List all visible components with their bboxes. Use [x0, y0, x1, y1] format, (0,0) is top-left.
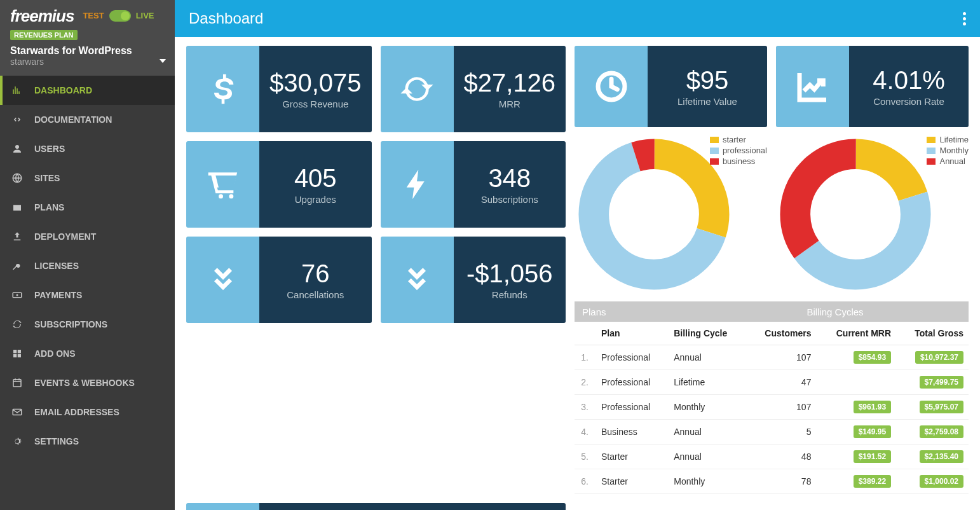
- cell-customers: 78: [747, 469, 816, 494]
- cell-cycle: Monthly: [669, 395, 747, 420]
- plugin-slug: starwars: [10, 57, 165, 67]
- table-row[interactable]: 2.ProfessionalLifetime47$7,499.75: [575, 370, 969, 395]
- tab-plans[interactable]: Plans: [575, 301, 702, 322]
- stat-mrr[interactable]: $27,126MRR: [381, 46, 566, 132]
- nav-label: SITES: [34, 173, 60, 183]
- clock-icon: [594, 69, 629, 104]
- stat-lifetime-value[interactable]: $95Lifetime Value: [575, 46, 767, 127]
- nav-deployment[interactable]: DEPLOYMENT: [0, 222, 175, 251]
- env-test-label: TEST: [83, 11, 104, 20]
- nav-settings[interactable]: SETTINGS: [0, 427, 175, 456]
- stat-value: $30,075: [269, 69, 362, 97]
- calendar-icon: [11, 377, 23, 389]
- nav-label: DEPLOYMENT: [34, 231, 96, 242]
- stat-upgrades[interactable]: 405Upgrades: [186, 141, 372, 228]
- legend-label: Annual: [939, 156, 965, 166]
- nav: DASHBOARD DOCUMENTATION USERS SITES PLAN…: [0, 76, 175, 456]
- stat-label: Subscriptions: [481, 194, 538, 205]
- nav-label: USERS: [34, 144, 65, 154]
- cell-mrr: $854.93: [816, 345, 896, 370]
- plugin-dropdown-icon[interactable]: [160, 59, 166, 63]
- tab-billing-cycles[interactable]: Billing Cycles: [702, 301, 969, 322]
- stat-label: Gross Revenue: [282, 99, 348, 109]
- cell-idx: 5.: [575, 445, 596, 469]
- plans-legend: starterprofessionalbusiness: [710, 135, 767, 167]
- cell-customers: 5: [747, 420, 816, 445]
- table-row[interactable]: 3.ProfessionalMonthly107$961.93$5,975.07: [575, 395, 969, 420]
- cell-gross: $5,975.07: [896, 395, 969, 420]
- nav-sites[interactable]: SITES: [0, 163, 175, 193]
- cell-customers: 107: [747, 395, 816, 420]
- sidebar: freemius TEST LIVE REVENUES PLAN Starwar…: [0, 0, 175, 510]
- nav-licenses[interactable]: LICENSES: [0, 251, 175, 280]
- legend-label: business: [723, 156, 755, 166]
- stat-gross-revenue[interactable]: $30,075Gross Revenue: [186, 46, 372, 132]
- cell-mrr: $389.22: [816, 469, 896, 494]
- stat-label: MRR: [499, 99, 521, 109]
- stat-label: Conversion Rate: [873, 96, 944, 107]
- nav-payments[interactable]: PAYMENTS: [0, 280, 175, 310]
- upload-icon: [11, 231, 23, 242]
- stat-trials[interactable]: 321Trials: [186, 503, 566, 510]
- stat-label: Upgrades: [295, 194, 336, 205]
- legend-label: starter: [723, 135, 746, 144]
- cell-plan: Professional: [596, 345, 669, 370]
- cell-cycle: Lifetime: [669, 370, 747, 395]
- cart-icon: [205, 167, 241, 202]
- stat-value: 4.01%: [873, 66, 944, 95]
- legend-item: Annual: [927, 156, 969, 166]
- svg-point-11: [795, 154, 915, 274]
- table-tabbar: Plans Billing Cycles: [575, 301, 969, 322]
- chevrons-down-icon: [399, 262, 435, 298]
- stat-subscriptions[interactable]: 348Subscriptions: [381, 141, 566, 228]
- cell-idx: 1.: [575, 345, 596, 370]
- nav-emails[interactable]: EMAIL ADDRESSES: [0, 397, 175, 427]
- svg-point-8: [594, 154, 714, 274]
- cell-cycle: Annual: [669, 345, 747, 370]
- nav-documentation[interactable]: DOCUMENTATION: [0, 105, 175, 134]
- line-chart-icon: [795, 69, 831, 104]
- cell-idx: 4.: [575, 420, 596, 445]
- table-row[interactable]: 4.BusinessAnnual5$149.95$2,759.08: [575, 420, 969, 445]
- sidebar-header: freemius TEST LIVE REVENUES PLAN Starwar…: [0, 0, 175, 76]
- env-toggle-group: TEST LIVE: [83, 10, 154, 22]
- legend-label: Lifetime: [939, 135, 969, 144]
- legend-swatch: [927, 158, 936, 165]
- th-gross: Total Gross: [896, 322, 969, 345]
- right-panel: $95Lifetime Value 4.01%Conversion Rate s…: [575, 46, 969, 494]
- stat-conversion-rate[interactable]: 4.01%Conversion Rate: [776, 46, 969, 127]
- legend-item: starter: [710, 135, 767, 144]
- nav-label: ADD ONS: [34, 348, 76, 359]
- table-row[interactable]: 5.StarterAnnual48$191.52$2,135.40: [575, 445, 969, 469]
- nav-label: PLANS: [34, 202, 64, 212]
- stat-label: Refunds: [492, 289, 527, 300]
- nav-events[interactable]: EVENTS & WEBHOOKS: [0, 368, 175, 397]
- refresh-icon: [399, 71, 435, 107]
- table-row[interactable]: 6.StarterMonthly78$389.22$1,000.02: [575, 469, 969, 494]
- env-toggle[interactable]: [109, 10, 131, 22]
- stat-cancellations[interactable]: 76Cancellations: [186, 237, 372, 323]
- nav-plans[interactable]: PLANS: [0, 193, 175, 222]
- plan-badge: REVENUES PLAN: [10, 30, 78, 40]
- nav-users[interactable]: USERS: [0, 134, 175, 163]
- nav-subscriptions[interactable]: SUBSCRIPTIONS: [0, 310, 175, 339]
- legend-item: Lifetime: [927, 135, 969, 144]
- charts-row: starterprofessionalbusiness LifetimeMont…: [575, 135, 969, 296]
- cell-customers: 48: [747, 445, 816, 469]
- stat-refunds[interactable]: -$1,056Refunds: [381, 237, 566, 323]
- cell-mrr: $149.95: [816, 420, 896, 445]
- overflow-menu-icon[interactable]: [963, 12, 966, 25]
- nav-dashboard[interactable]: DASHBOARD: [0, 76, 175, 105]
- bar-chart-icon: [11, 85, 23, 96]
- legend-label: Monthly: [939, 146, 969, 155]
- mini-stats-row: $95Lifetime Value 4.01%Conversion Rate: [575, 46, 969, 127]
- nav-label: DASHBOARD: [34, 85, 92, 95]
- legend-item: professional: [710, 146, 767, 155]
- key-icon: [11, 260, 23, 272]
- cell-gross: $2,135.40: [896, 445, 969, 469]
- cell-gross: $1,000.02: [896, 469, 969, 494]
- legend-swatch: [710, 137, 719, 143]
- svg-point-2: [17, 294, 18, 296]
- table-row[interactable]: 1.ProfessionalAnnual107$854.93$10,972.37: [575, 345, 969, 370]
- nav-addons[interactable]: ADD ONS: [0, 339, 175, 368]
